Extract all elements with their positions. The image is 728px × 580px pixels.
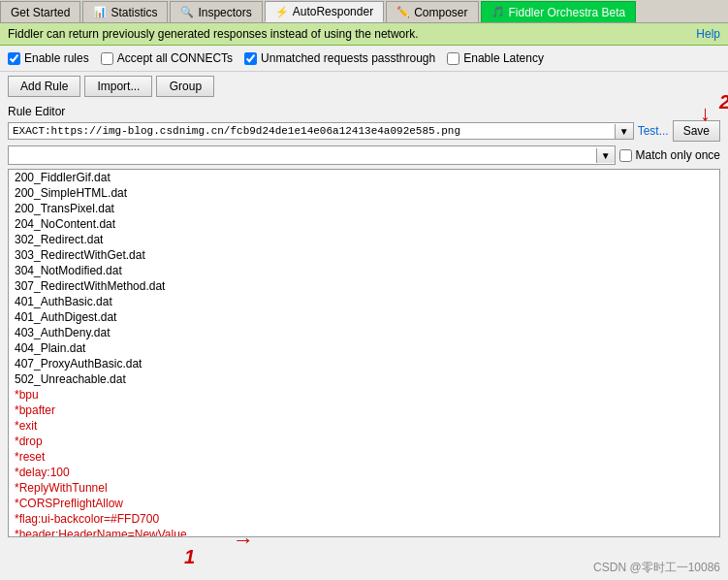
list-item[interactable]: *bpu <box>9 387 719 403</box>
test-link[interactable]: Test... <box>638 124 669 138</box>
tab-statistics[interactable]: 📊 Statistics <box>82 1 168 22</box>
list-item[interactable]: *reset <box>9 449 719 465</box>
list-item[interactable]: *CORSPreflightAllow <box>9 496 719 511</box>
match-once-label: Match only once <box>636 148 720 162</box>
enable-latency-checkbox[interactable]: Enable Latency <box>447 51 544 65</box>
list-item[interactable]: 200_FiddlerGif.dat <box>9 170 719 185</box>
list-item[interactable]: *bpafter <box>9 403 719 418</box>
tab-bar: Get Started 📊 Statistics 🔍 Inspectors ⚡ … <box>0 0 728 23</box>
composer-label: Composer <box>414 6 467 19</box>
fiddler-orchestra-label: Fiddler Orchestra Beta <box>509 6 626 19</box>
list-item[interactable]: *ReplyWithTunnel <box>9 480 719 496</box>
rule-dropdown-btn[interactable]: ▼ <box>615 124 633 139</box>
list-item[interactable]: 303_RedirectWithGet.dat <box>9 247 719 263</box>
help-link[interactable]: Help <box>696 27 720 41</box>
list-item[interactable]: 407_ProxyAuthBasic.dat <box>9 356 719 371</box>
save-button[interactable]: Save <box>673 120 720 142</box>
filter-input-container: ▼ <box>8 145 616 165</box>
autoresponder-icon: ⚡ <box>275 6 289 18</box>
group-button[interactable]: Group <box>156 76 214 97</box>
add-rule-button[interactable]: Add Rule <box>8 76 80 97</box>
tab-composer[interactable]: ✏️ Composer <box>386 1 478 22</box>
statistics-icon: 📊 <box>93 6 107 18</box>
list-item[interactable]: 200_SimpleHTML.dat <box>9 185 719 201</box>
list-item[interactable]: 307_RedirectWithMethod.dat <box>9 278 719 294</box>
tab-inspectors[interactable]: 🔍 Inspectors <box>170 1 262 22</box>
list-item[interactable]: 401_AuthBasic.dat <box>9 294 719 309</box>
accept-connects-label: Accept all CONNECTs <box>117 51 233 65</box>
dropdown-list[interactable]: 200_FiddlerGif.dat200_SimpleHTML.dat200_… <box>8 169 720 537</box>
list-item[interactable]: 200_TransPixel.dat <box>9 201 719 216</box>
annotation-1: 1 <box>184 546 195 568</box>
unmatched-checkbox[interactable]: Unmatched requests passthrough <box>244 51 435 65</box>
unmatched-label: Unmatched requests passthrough <box>261 51 435 65</box>
filter-dropdown-btn[interactable]: ▼ <box>596 148 615 163</box>
enable-latency-label: Enable Latency <box>463 51 544 65</box>
list-item[interactable]: *drop <box>9 434 719 449</box>
list-item[interactable]: *exit <box>9 418 719 434</box>
list-item[interactable]: 204_NoContent.dat <box>9 216 719 232</box>
list-item[interactable]: 404_Plain.dat <box>9 340 719 356</box>
get-started-label: Get Started <box>11 6 70 19</box>
list-item[interactable]: *header:HeaderName=NewValue <box>9 527 719 537</box>
rule-input[interactable] <box>9 123 615 139</box>
list-item[interactable]: 502_Unreachable.dat <box>9 371 719 387</box>
info-message: Fiddler can return previously generated … <box>8 27 419 41</box>
rule-editor-row: ▼ Test... Save 2 ↓ <box>8 120 720 142</box>
enable-rules-label: Enable rules <box>24 51 89 65</box>
inspectors-icon: 🔍 <box>180 6 194 18</box>
import-button[interactable]: Import... <box>84 76 152 97</box>
fiddler-orchestra-icon: 🎵 <box>491 6 505 18</box>
list-item[interactable]: 403_AuthDeny.dat <box>9 325 719 340</box>
list-item[interactable]: *flag:ui-backcolor=#FFD700 <box>9 511 719 527</box>
toolbar: Enable rules Accept all CONNECTs Unmatch… <box>0 46 728 72</box>
match-row: ▼ Match only once <box>8 145 720 165</box>
rule-editor-label: Rule Editor <box>8 105 720 118</box>
match-once-checkbox[interactable]: Match only once <box>619 148 720 162</box>
tab-autoresponder[interactable]: ⚡ AutoResponder <box>265 1 384 22</box>
list-item[interactable]: *delay:100 <box>9 465 719 480</box>
rule-input-container: ▼ <box>8 122 634 140</box>
composer-icon: ✏️ <box>396 6 410 18</box>
enable-rules-checkbox[interactable]: Enable rules <box>8 51 89 65</box>
inspectors-label: Inspectors <box>198 6 251 19</box>
buttons-row: Add Rule Import... Group <box>0 72 728 101</box>
statistics-label: Statistics <box>111 6 157 19</box>
autoresponder-label: AutoResponder <box>293 5 373 18</box>
filter-input[interactable] <box>9 146 596 164</box>
rule-editor-section: Rule Editor ▼ Test... Save 2 ↓ ▼ Match o… <box>0 101 728 169</box>
list-item[interactable]: 401_AuthDigest.dat <box>9 309 719 325</box>
watermark: CSDN @零时工一10086 <box>593 560 720 576</box>
tab-get-started[interactable]: Get Started <box>0 1 80 22</box>
list-item[interactable]: 304_NotModified.dat <box>9 263 719 278</box>
list-item[interactable]: 302_Redirect.dat <box>9 232 719 247</box>
info-bar: Fiddler can return previously generated … <box>0 23 728 46</box>
accept-connects-checkbox[interactable]: Accept all CONNECTs <box>101 51 233 65</box>
tab-fiddler-orchestra[interactable]: 🎵 Fiddler Orchestra Beta <box>481 1 637 22</box>
